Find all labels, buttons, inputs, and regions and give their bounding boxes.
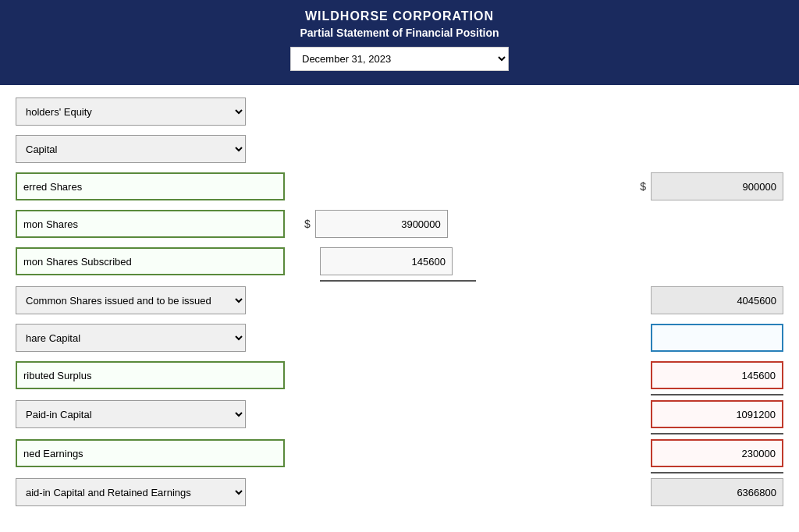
contributed-surplus-right: [651, 361, 783, 389]
share-capital-row: hare Capital: [0, 319, 799, 356]
preferred-shares-row: $: [0, 168, 799, 205]
capital-select[interactable]: Capital: [16, 135, 246, 163]
capital-row: Capital: [0, 130, 799, 168]
share-capital-label: hare Capital: [16, 324, 304, 352]
common-shares-mid: $: [304, 210, 448, 238]
preferred-shares-input[interactable]: [16, 172, 285, 200]
paid-in-capital-label: Paid-in Capital: [16, 400, 304, 428]
paid-in-retained-value[interactable]: [651, 478, 783, 506]
contributed-surplus-label: [16, 361, 304, 389]
common-subscribed-mid: [304, 247, 453, 275]
preferred-shares-label: [16, 172, 304, 200]
right-underline-1: [0, 394, 799, 395]
common-issued-row: Common Shares issued and to be issued: [0, 282, 799, 319]
right-underline-3: [0, 472, 799, 473]
share-capital-right: [651, 324, 783, 352]
content-area: holders' Equity Capital $: [0, 85, 799, 519]
contributed-surplus-row: [0, 356, 799, 394]
common-shares-input[interactable]: [16, 210, 285, 238]
paid-in-retained-right: [651, 478, 783, 506]
holders-equity-select[interactable]: holders' Equity: [16, 98, 246, 126]
holders-equity-row: holders' Equity: [0, 93, 799, 130]
preferred-dollar: $: [640, 180, 646, 193]
common-issued-select[interactable]: Common Shares issued and to be issued: [16, 286, 246, 314]
common-issued-value[interactable]: [651, 286, 783, 314]
company-title: WILDHORSE CORPORATION: [16, 9, 783, 23]
common-issued-right: [651, 286, 783, 314]
paid-in-retained-row: aid-in Capital and Retained Earnings: [0, 473, 799, 511]
common-subscribed-row: [0, 243, 799, 280]
retained-earnings-input[interactable]: [16, 439, 285, 467]
page-wrapper: WILDHORSE CORPORATION Partial Statement …: [0, 0, 799, 532]
paid-in-capital-row: Paid-in Capital: [0, 395, 799, 433]
preferred-right: $: [640, 172, 783, 200]
common-shares-value[interactable]: [315, 210, 448, 238]
retained-earnings-value[interactable]: [651, 439, 783, 467]
paid-in-capital-value[interactable]: [651, 400, 783, 428]
common-subscribed-label: [16, 247, 304, 275]
capital-label: Capital: [16, 135, 304, 163]
paid-in-capital-right: [651, 400, 783, 428]
holders-equity-label: holders' Equity: [16, 98, 304, 126]
right-underline-2: [0, 433, 799, 434]
paid-in-retained-select[interactable]: aid-in Capital and Retained Earnings: [16, 478, 246, 506]
common-shares-label: [16, 210, 304, 238]
common-subscribed-value[interactable]: [320, 247, 453, 275]
contributed-surplus-input[interactable]: [16, 361, 285, 389]
date-select[interactable]: December 31, 2023: [290, 47, 509, 71]
common-subscribed-input[interactable]: [16, 247, 285, 275]
retained-earnings-row: [0, 434, 799, 472]
retained-earnings-label: [16, 439, 304, 467]
common-dollar: $: [304, 218, 311, 230]
common-shares-row: $: [0, 205, 799, 243]
contributed-surplus-value[interactable]: [651, 361, 783, 389]
share-capital-value[interactable]: [651, 324, 783, 352]
paid-in-retained-label: aid-in Capital and Retained Earnings: [16, 478, 304, 506]
header-section: WILDHORSE CORPORATION Partial Statement …: [0, 0, 799, 85]
statement-subtitle: Partial Statement of Financial Position: [16, 27, 783, 39]
retained-earnings-right: [651, 439, 783, 467]
share-capital-select[interactable]: hare Capital: [16, 324, 246, 352]
paid-in-capital-select[interactable]: Paid-in Capital: [16, 400, 246, 428]
common-issued-label: Common Shares issued and to be issued: [16, 286, 304, 314]
preferred-value-input[interactable]: [651, 172, 783, 200]
